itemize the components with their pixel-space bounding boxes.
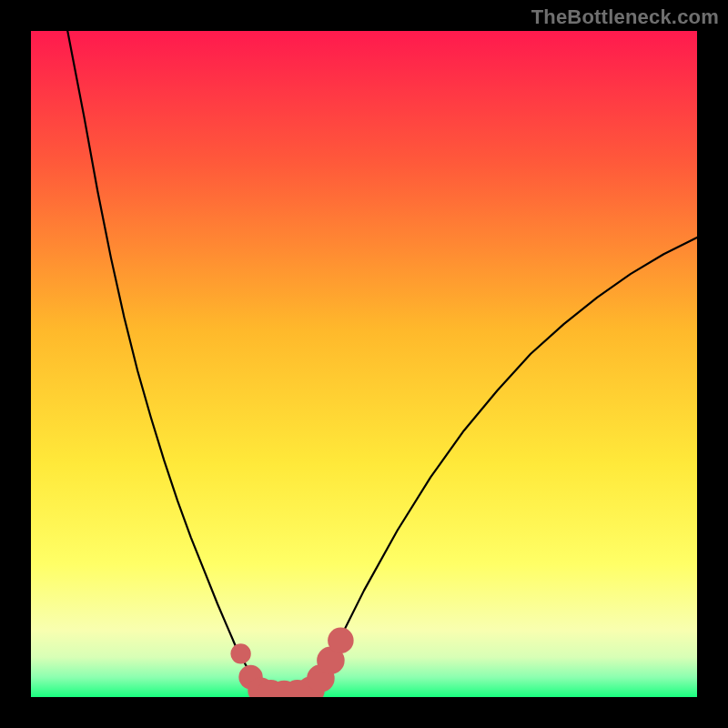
gradient-background bbox=[31, 31, 697, 697]
outer-frame: TheBottleneck.com bbox=[0, 0, 728, 728]
plot-svg bbox=[31, 31, 697, 697]
plot-area bbox=[31, 31, 697, 697]
trough-marker bbox=[230, 643, 250, 663]
watermark-text: TheBottleneck.com bbox=[531, 5, 719, 29]
trough-marker bbox=[328, 628, 354, 654]
